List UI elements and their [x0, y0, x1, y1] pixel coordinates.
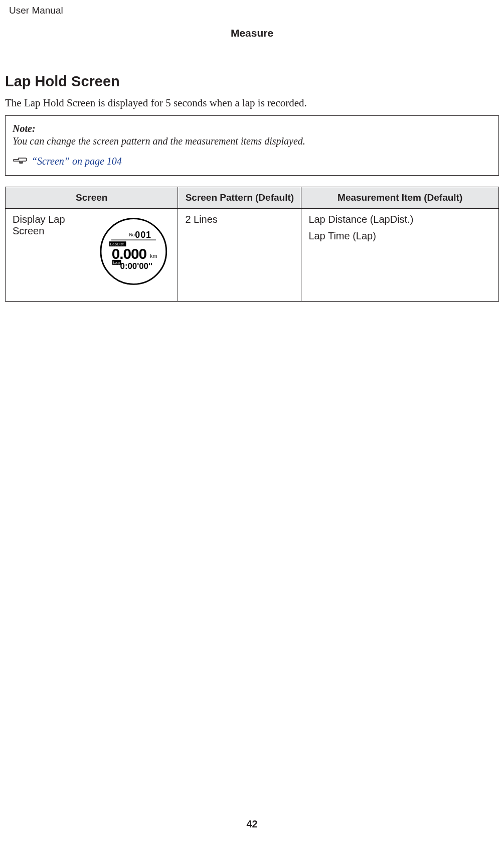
- table-header-row: Screen Screen Pattern (Default) Measurem…: [6, 187, 499, 209]
- watch-line2-value: 0:00'00'': [120, 261, 152, 271]
- section-intro: The Lap Hold Screen is displayed for 5 s…: [5, 97, 499, 109]
- cross-reference-text: “Screen” on page 104: [32, 156, 122, 167]
- screen-spec-table: Screen Screen Pattern (Default) Measurem…: [5, 187, 499, 302]
- page-number: 42: [0, 818, 504, 830]
- watch-line1-value: 0.000: [111, 245, 146, 262]
- note-body: You can change the screen pattern and th…: [13, 135, 491, 147]
- watch-face-icon: No. 001 LapDist. 0.000 km Lap 0:00'00: [96, 214, 171, 294]
- cell-pattern: 2 Lines: [178, 209, 301, 302]
- col-header-pattern: Screen Pattern (Default): [178, 187, 301, 209]
- col-header-measurement: Measurement Item (Default): [301, 187, 499, 209]
- watch-line1-unit: km: [150, 253, 157, 259]
- pointing-hand-icon: [13, 155, 28, 167]
- cross-reference[interactable]: “Screen” on page 104: [13, 155, 491, 167]
- cell-screen-image: No. 001 LapDist. 0.000 km Lap 0:00'00: [89, 209, 178, 302]
- section-title: Lap Hold Screen: [5, 73, 499, 90]
- measurement-item: Lap Distance (LapDist.): [308, 214, 491, 225]
- col-header-screen: Screen: [6, 187, 178, 209]
- measurement-item: Lap Time (Lap): [308, 230, 491, 242]
- cell-measurement: Lap Distance (LapDist.) Lap Time (Lap): [301, 209, 499, 302]
- running-head: User Manual: [5, 5, 499, 16]
- watch-line2-label: Lap: [113, 260, 120, 265]
- table-row: Display Lap Screen No. 001 LapDist.: [6, 209, 499, 302]
- note-box: Note: You can change the screen pattern …: [5, 115, 499, 176]
- cell-screen-label: Display Lap Screen: [6, 209, 89, 302]
- note-label: Note:: [13, 123, 491, 134]
- watch-lapno-value: 001: [135, 230, 151, 240]
- chapter-title: Measure: [5, 27, 499, 39]
